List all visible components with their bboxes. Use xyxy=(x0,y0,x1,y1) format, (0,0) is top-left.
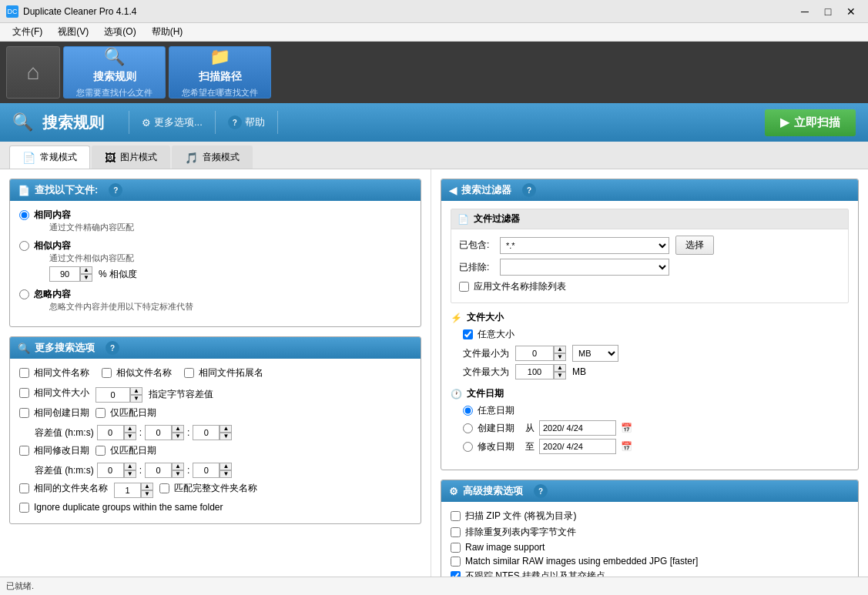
scan-path-button[interactable]: 📁 扫描路径 您希望在哪查找文件 xyxy=(169,46,271,99)
window-controls[interactable]: ─ □ ✕ xyxy=(794,4,862,19)
min-size-input[interactable] xyxy=(515,346,554,361)
cb-exclude-zero-input[interactable] xyxy=(451,527,461,537)
t5-input[interactable] xyxy=(145,463,172,478)
include-select[interactable]: *.* xyxy=(500,237,669,254)
select-button[interactable]: 选择 xyxy=(675,236,714,255)
modified-date-radio[interactable] xyxy=(463,442,473,452)
similarity-up-btn[interactable]: ▲ xyxy=(80,266,92,274)
t6-up[interactable]: ▲ xyxy=(220,463,232,470)
t3-input[interactable] xyxy=(193,425,220,440)
t6-spinner[interactable]: ▲ ▼ xyxy=(193,463,232,478)
cb-ignore-same-folder-input[interactable] xyxy=(19,503,29,513)
similarity-spinner[interactable]: ▲ ▼ xyxy=(49,266,92,282)
t3-spinner[interactable]: ▲ ▼ xyxy=(193,425,232,440)
t4-down[interactable]: ▼ xyxy=(124,470,136,478)
cb-similar-raw-input[interactable] xyxy=(451,557,461,567)
menu-view[interactable]: 视图(V) xyxy=(52,24,95,40)
exclude-select[interactable] xyxy=(500,259,669,276)
menu-file[interactable]: 文件(F) xyxy=(6,24,49,40)
similarity-input[interactable] xyxy=(49,266,80,282)
t6-input[interactable] xyxy=(193,463,220,478)
t5-up[interactable]: ▲ xyxy=(172,463,184,470)
close-button[interactable]: ✕ xyxy=(840,4,862,19)
cb-scan-zip-input[interactable] xyxy=(451,511,461,521)
t2-spinner[interactable]: ▲ ▼ xyxy=(145,425,184,440)
t3-up[interactable]: ▲ xyxy=(220,425,232,433)
titlebar-left: DC Duplicate Cleaner Pro 4.1.4 xyxy=(6,5,136,18)
menu-options[interactable]: 选项(O) xyxy=(98,24,142,40)
find-files-help-icon[interactable]: ? xyxy=(109,183,122,197)
size-input[interactable] xyxy=(96,387,130,403)
menu-help[interactable]: 帮助(H) xyxy=(146,24,189,40)
radio-similar-content-input[interactable] xyxy=(19,241,29,251)
cb-no-ntfs-input[interactable] xyxy=(451,571,461,577)
cb-full-folder-name-input[interactable] xyxy=(159,483,169,493)
t6-down[interactable]: ▼ xyxy=(220,470,232,478)
cb-date-only2-input[interactable] xyxy=(96,446,106,456)
more-options-help-icon[interactable]: ? xyxy=(106,341,119,355)
radio-ignore-content-input[interactable] xyxy=(19,289,29,299)
cb-same-ext-input[interactable] xyxy=(184,368,194,378)
cb-same-filename-input[interactable] xyxy=(19,368,29,378)
folder-num-up[interactable]: ▲ xyxy=(141,483,153,490)
size-down-btn[interactable]: ▼ xyxy=(130,395,142,403)
modified-to-input[interactable] xyxy=(539,439,616,454)
search-filter-help-icon[interactable]: ? xyxy=(522,183,536,197)
cb-same-folder-input[interactable] xyxy=(19,483,29,493)
apply-exclusion-input[interactable] xyxy=(459,282,469,292)
search-rules-button[interactable]: 🔍 搜索规则 您需要查找什么文件 xyxy=(63,46,166,99)
tab-normal[interactable]: 📄 常规模式 xyxy=(9,145,90,169)
t1-up[interactable]: ▲ xyxy=(124,425,136,433)
min-down[interactable]: ▼ xyxy=(554,353,566,361)
calendar-icon1[interactable]: 📅 xyxy=(621,423,632,433)
max-size-input[interactable] xyxy=(515,364,554,379)
t2-up[interactable]: ▲ xyxy=(172,425,184,433)
cb-same-created-input[interactable] xyxy=(19,408,29,418)
max-up[interactable]: ▲ xyxy=(554,364,566,372)
size-up-btn[interactable]: ▲ xyxy=(130,387,142,395)
cb-date-only-input[interactable] xyxy=(96,408,106,418)
folder-num-spinner[interactable]: ▲ ▼ xyxy=(114,483,153,498)
scan-button[interactable]: ▶ 立即扫描 xyxy=(765,109,856,136)
maximize-button[interactable]: □ xyxy=(817,4,839,19)
t2-down[interactable]: ▼ xyxy=(172,433,184,440)
min-up[interactable]: ▲ xyxy=(554,346,566,353)
folder-num-down[interactable]: ▼ xyxy=(141,490,153,498)
home-button[interactable]: ⌂ xyxy=(6,46,60,99)
t3-down[interactable]: ▼ xyxy=(220,433,232,440)
minimize-button[interactable]: ─ xyxy=(794,4,816,19)
similarity-down-btn[interactable]: ▼ xyxy=(80,274,92,282)
cb-same-modified-input[interactable] xyxy=(19,446,29,456)
radio-same-content-input[interactable] xyxy=(19,210,29,220)
t1-sep: : xyxy=(139,427,142,438)
folder-num-input[interactable] xyxy=(114,483,141,498)
created-from-input[interactable] xyxy=(539,420,616,436)
tab-audio[interactable]: 🎵 音频模式 xyxy=(172,145,253,169)
cb-raw-support-input[interactable] xyxy=(451,543,461,553)
t1-spinner[interactable]: ▲ ▼ xyxy=(97,425,136,440)
min-size-spinner[interactable]: ▲ ▼ xyxy=(515,346,566,361)
t1-input[interactable] xyxy=(97,425,124,440)
cb-date-only2-label: 仅匹配日期 xyxy=(110,444,156,457)
cb-similar-filename-input[interactable] xyxy=(102,368,112,378)
t5-down[interactable]: ▼ xyxy=(172,470,184,478)
cb-same-size-input[interactable] xyxy=(19,388,29,398)
t2-input[interactable] xyxy=(145,425,172,440)
calendar-icon2[interactable]: 📅 xyxy=(621,441,632,452)
size-spinner[interactable]: ▲ ▼ xyxy=(96,387,142,403)
help-button[interactable]: ? 帮助 xyxy=(228,115,265,129)
any-size-cb-input[interactable] xyxy=(463,329,473,339)
t4-spinner[interactable]: ▲ ▼ xyxy=(97,463,136,478)
max-down[interactable]: ▼ xyxy=(554,372,566,379)
t4-input[interactable] xyxy=(97,463,124,478)
max-size-spinner[interactable]: ▲ ▼ xyxy=(515,364,566,379)
min-unit-select[interactable]: MB KB GB xyxy=(572,345,618,362)
t1-down[interactable]: ▼ xyxy=(124,433,136,440)
created-date-radio[interactable] xyxy=(463,423,473,433)
advanced-help-icon[interactable]: ? xyxy=(534,484,548,498)
t5-spinner[interactable]: ▲ ▼ xyxy=(145,463,184,478)
more-options-button[interactable]: ⚙ 更多选项... xyxy=(142,115,203,129)
any-date-radio[interactable] xyxy=(463,406,473,416)
t4-up[interactable]: ▲ xyxy=(124,463,136,470)
tab-image[interactable]: 🖼 图片模式 xyxy=(92,145,170,169)
